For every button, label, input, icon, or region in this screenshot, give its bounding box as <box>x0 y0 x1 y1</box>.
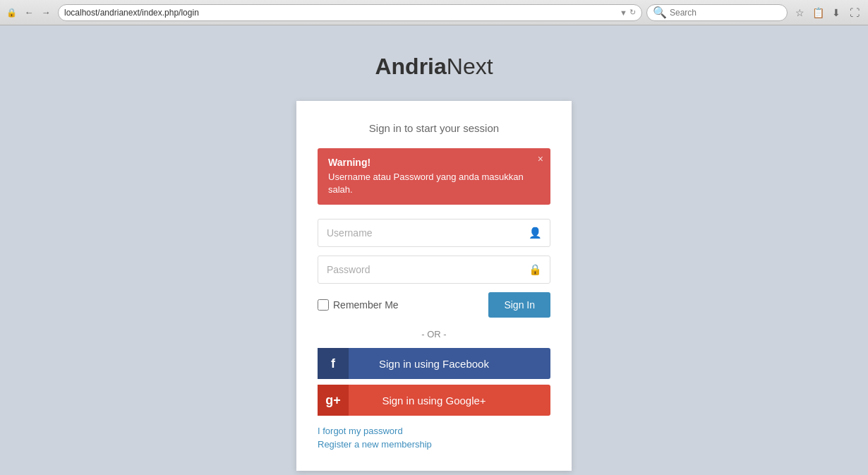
password-input[interactable] <box>318 255 550 284</box>
forgot-password-link[interactable]: I forgot my password <box>318 426 550 436</box>
address-bar-icons: ▼ ↻ <box>620 8 636 17</box>
remember-me-label[interactable]: Remember Me <box>318 299 399 311</box>
facebook-signin-button[interactable]: f Sign in using Facebook <box>318 348 550 379</box>
remember-me-text: Remember Me <box>333 299 399 311</box>
browser-action-icons: ☆ 📋 ⬇ ⛶ <box>792 5 862 20</box>
alert-warning-message: Username atau Password yang anda masukka… <box>328 171 540 196</box>
remember-me-checkbox[interactable] <box>318 299 329 311</box>
googleplus-signin-button[interactable]: g+ Sign in using Google+ <box>318 385 550 416</box>
sign-in-button[interactable]: Sign In <box>488 292 550 318</box>
search-icon: 🔍 <box>653 6 667 19</box>
alert-warning-title: Warning! <box>328 157 540 168</box>
page-content: AndriaNext Sign in to start your session… <box>0 25 868 475</box>
username-input[interactable] <box>318 219 550 247</box>
download-icon[interactable]: ⬇ <box>828 5 844 20</box>
reading-list-icon[interactable]: 📋 <box>810 5 826 20</box>
app-title-bold: Andria <box>375 54 446 79</box>
dropdown-icon: ▼ <box>620 8 627 17</box>
lock-icon: 🔒 <box>529 263 542 276</box>
browser-page-icon: 🔒 <box>6 7 17 18</box>
app-title-light: Next <box>447 54 493 79</box>
facebook-icon: f <box>318 348 349 379</box>
browser-nav-icons: ← → <box>21 5 54 20</box>
or-divider: - OR - <box>318 329 550 339</box>
forward-button[interactable]: → <box>38 5 54 20</box>
login-subtitle: Sign in to start your session <box>318 122 550 134</box>
facebook-signin-label: Sign in using Facebook <box>349 358 550 370</box>
refresh-icon[interactable]: ↻ <box>629 8 636 17</box>
username-input-group: 👤 <box>318 219 550 247</box>
googleplus-icon: g+ <box>318 385 349 416</box>
googleplus-signin-label: Sign in using Google+ <box>349 395 550 407</box>
search-bar[interactable]: 🔍 <box>646 4 788 21</box>
fullscreen-icon[interactable]: ⛶ <box>847 5 862 20</box>
alert-warning: × Warning! Username atau Password yang a… <box>318 148 550 205</box>
user-icon: 👤 <box>529 227 542 239</box>
address-bar[interactable]: localhost/andrianext/index.php/login ▼ ↻ <box>58 4 642 21</box>
search-input[interactable] <box>670 8 781 18</box>
register-link[interactable]: Register a new membership <box>318 439 550 450</box>
links-section: I forgot my password Register a new memb… <box>318 426 550 450</box>
back-button[interactable]: ← <box>21 5 37 20</box>
form-row: Remember Me Sign In <box>318 292 550 318</box>
alert-close-button[interactable]: × <box>538 154 543 164</box>
bookmark-icon[interactable]: ☆ <box>792 5 807 20</box>
url-text: localhost/andrianext/index.php/login <box>64 8 617 18</box>
browser-chrome: 🔒 ← → localhost/andrianext/index.php/log… <box>0 0 868 25</box>
login-box: Sign in to start your session × Warning!… <box>296 101 572 471</box>
app-title: AndriaNext <box>375 54 493 80</box>
password-input-group: 🔒 <box>318 255 550 284</box>
